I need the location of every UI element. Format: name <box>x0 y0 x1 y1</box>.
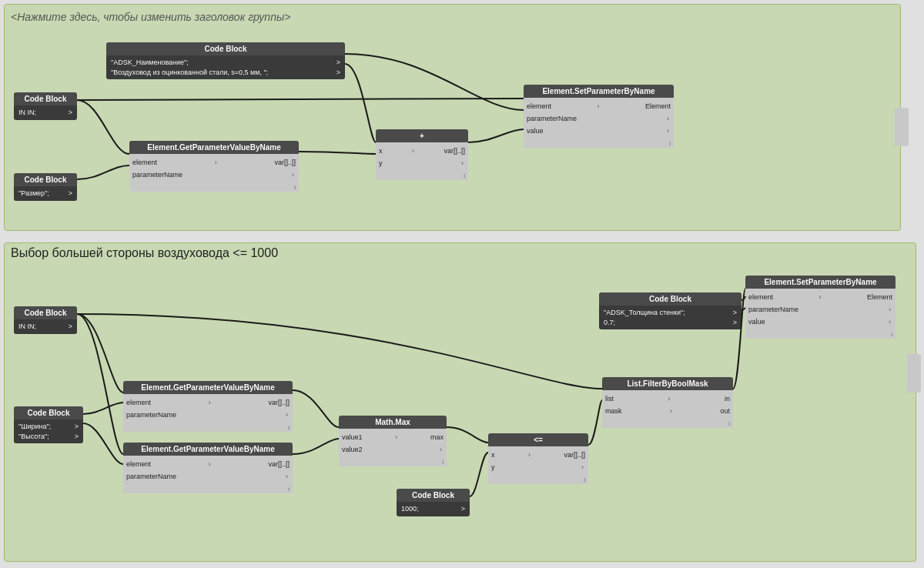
math-max-header: Math.Max <box>339 416 447 429</box>
code-block-adsk[interactable]: Code Block "ADSK_Толщина стенки"; > 0.7;… <box>599 292 742 329</box>
set-param-g2-body: element › Element parameterName › value … <box>745 289 896 330</box>
set-param-g1-header: Element.SetParameterByName <box>524 85 674 98</box>
group1-box <box>4 4 901 231</box>
code-block-1000-header: Code Block <box>397 489 470 502</box>
code-block-left1-header: Code Block <box>14 92 77 105</box>
set-param-g2-header: Element.SetParameterByName <box>745 276 896 289</box>
group2-title: Выбор большей стороны воздуховода <= 100… <box>11 246 278 260</box>
code-block-b-left-header: Code Block <box>14 306 77 319</box>
get-param-g1-body: element › var[]..[] parameterName › <box>129 154 299 183</box>
list-filter-footer: i <box>602 419 733 428</box>
code-block-b-left[interactable]: Code Block IN IN; > <box>14 306 77 334</box>
math-max[interactable]: Math.Max value1 › max value2 › i <box>339 416 447 466</box>
get-param-g1[interactable]: Element.GetParameterValueByName element … <box>129 141 299 192</box>
get-param-g1-footer: i <box>129 183 299 192</box>
code-block-b-left-body: IN IN; > <box>14 319 77 334</box>
set-param-g1[interactable]: Element.SetParameterByName element › Ele… <box>524 85 674 148</box>
get-param-g2-2-footer: i <box>123 485 293 493</box>
code-block-left2-body: "Размер"; > <box>14 186 77 201</box>
math-max-footer: i <box>339 458 447 466</box>
get-param-g2-1-footer: i <box>123 423 293 432</box>
code-block-1000[interactable]: Code Block 1000; > <box>397 489 470 516</box>
get-param-g1-header: Element.GetParameterValueByName <box>129 141 299 154</box>
lte-node[interactable]: <= x › var[]..[] y › i <box>488 433 588 484</box>
lte-body: x › var[]..[] y › <box>488 446 588 476</box>
set-param-g1-body: element › Element parameterName › value … <box>524 98 674 139</box>
code-block-adsk-header: Code Block <box>599 292 742 306</box>
code-block-left2[interactable]: Code Block "Размер"; > <box>14 173 77 201</box>
code-block-main[interactable]: Code Block "ADSK_Наименование"; > "Возду… <box>106 42 345 79</box>
code-block-1000-body: 1000; > <box>397 502 470 516</box>
code-block-left1-body: IN IN; > <box>14 105 77 120</box>
list-filter[interactable]: List.FilterByBoolMask list › in mask › o… <box>602 377 733 428</box>
group1-title[interactable]: <Нажмите здесь, чтобы изменить заголовок… <box>11 11 290 23</box>
code-block-main-body: "ADSK_Наименование"; > "Воздуховод из оц… <box>106 55 345 79</box>
get-param-g2-1[interactable]: Element.GetParameterValueByName element … <box>123 381 293 432</box>
get-param-g2-2-body: element › var[]..[] parameterName › <box>123 456 293 485</box>
list-filter-header: List.FilterByBoolMask <box>602 377 733 390</box>
set-param-g1-footer: i <box>524 139 674 148</box>
plus-footer: i <box>376 172 468 180</box>
side-deco-g2 <box>907 354 921 393</box>
code-block-left2-header: Code Block <box>14 173 77 186</box>
get-param-g2-2[interactable]: Element.GetParameterValueByName element … <box>123 443 293 493</box>
plus-node[interactable]: + x › var[]..[] y › i <box>376 129 468 180</box>
get-param-g2-1-body: element › var[]..[] parameterName › <box>123 394 293 423</box>
math-max-body: value1 › max value2 › <box>339 429 447 458</box>
side-deco-g1 <box>895 108 909 146</box>
set-param-g2-footer: i <box>745 330 896 339</box>
get-param-g2-1-header: Element.GetParameterValueByName <box>123 381 293 394</box>
code-block-wh[interactable]: Code Block "Ширина"; > "Высота"; > <box>14 406 83 443</box>
code-block-wh-header: Code Block <box>14 406 83 419</box>
list-filter-body: list › in mask › out <box>602 390 733 419</box>
code-block-left1[interactable]: Code Block IN IN; > <box>14 92 77 120</box>
plus-body: x › var[]..[] y › <box>376 142 468 172</box>
lte-footer: i <box>488 476 588 484</box>
get-param-g2-2-header: Element.GetParameterValueByName <box>123 443 293 456</box>
code-block-main-header: Code Block <box>106 42 345 55</box>
set-param-g2[interactable]: Element.SetParameterByName element › Ele… <box>745 276 896 339</box>
code-block-wh-body: "Ширина"; > "Высота"; > <box>14 419 83 443</box>
code-block-adsk-body: "ADSK_Толщина стенки"; > 0.7; > <box>599 306 742 329</box>
canvas: <Нажмите здесь, чтобы изменить заголовок… <box>0 0 924 568</box>
plus-header: + <box>376 129 468 142</box>
lte-header: <= <box>488 433 588 446</box>
